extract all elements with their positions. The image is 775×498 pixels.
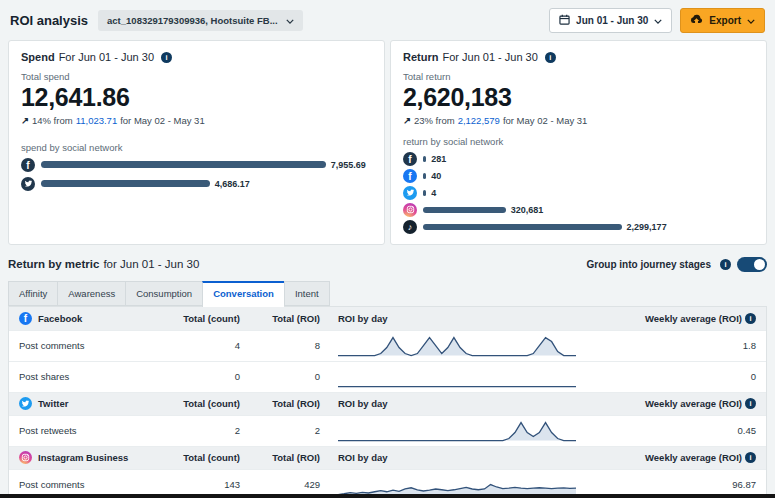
table-row-tw-post-retweets: Post retweets 2 2 0.45 xyxy=(9,415,766,446)
column-header-weekly-label: Weekly average (ROI) xyxy=(645,398,742,409)
metric-weekly-average: 1.8 xyxy=(606,340,756,351)
export-label: Export xyxy=(709,15,741,26)
metric-tabs: Affinity Awareness Consumption Conversat… xyxy=(8,281,767,306)
twitter-icon xyxy=(403,186,417,200)
bar-track: 4 xyxy=(423,188,754,198)
spend-previous-value-link[interactable]: 11,023.71 xyxy=(76,115,118,126)
facebook-icon xyxy=(403,169,417,183)
journey-stages-label: Group into journey stages xyxy=(587,259,711,270)
column-header-day: ROI by day xyxy=(324,398,606,409)
account-selector-label: act_108329179309936, Hootsuite FB... xyxy=(107,15,278,26)
info-icon[interactable] xyxy=(745,313,756,324)
column-header-count: Total (count) xyxy=(174,313,244,324)
column-header-roi: Total (ROI) xyxy=(244,313,324,324)
column-header-day: ROI by day xyxy=(324,452,606,463)
date-range-label: Jun 01 - Jun 30 xyxy=(576,15,648,26)
tiktok-icon xyxy=(403,220,417,234)
instagram-return-bar xyxy=(423,207,506,213)
metric-label: Post comments xyxy=(19,340,174,351)
twitter-return-bar xyxy=(423,190,426,196)
journey-stages-control: Group into journey stages xyxy=(587,257,767,272)
instagram-icon xyxy=(403,203,417,217)
spend-chart-label: spend by social network xyxy=(21,142,372,153)
info-icon[interactable] xyxy=(545,52,556,63)
table-row-fb-post-shares: Post shares 0 0 0 xyxy=(9,361,766,392)
info-icon[interactable] xyxy=(745,452,756,463)
return-bar-tiktok: 2,299,177 xyxy=(403,220,754,234)
roi-by-day-sparkline xyxy=(324,418,606,444)
metric-count: 0 xyxy=(174,371,244,382)
tiktok-return-value: 2,299,177 xyxy=(627,222,667,232)
spend-period: For Jun 01 - Jun 30 xyxy=(59,51,154,63)
bar-track: 2,299,177 xyxy=(423,222,754,232)
return-trend-period: for May 02 - May 31 xyxy=(503,115,587,126)
facebook-spend-bar xyxy=(41,161,326,168)
twitter-spend-value: 4,686.17 xyxy=(215,179,250,189)
metric-roi: 2 xyxy=(244,425,324,436)
bar-track: 7,955.69 xyxy=(41,160,372,170)
metric-count: 143 xyxy=(174,479,244,490)
export-button[interactable]: Export xyxy=(680,8,765,33)
column-header-weekly-label: Weekly average (ROI) xyxy=(645,452,742,463)
trend-up-icon: ↗ xyxy=(403,115,411,126)
group-network: Instagram Business xyxy=(19,451,174,464)
tab-affinity[interactable]: Affinity xyxy=(8,281,57,306)
return-by-network-chart: 281 40 4 xyxy=(403,152,754,234)
group-header-instagram: Instagram Business Total (count) Total (… xyxy=(9,446,766,469)
metric-roi: 0 xyxy=(244,371,324,382)
spend-panel: Spend For Jun 01 - Jun 30 Total spend 12… xyxy=(8,40,385,245)
twitter-spend-bar xyxy=(41,180,210,187)
facebook-return-value: 281 xyxy=(431,154,446,164)
chevron-down-icon xyxy=(654,15,662,26)
spend-by-network-chart: 7,955.69 4,686.17 xyxy=(21,158,372,191)
facebook-icon xyxy=(19,312,32,325)
metric-label: Post shares xyxy=(19,371,174,382)
return-panel: Return For Jun 01 - Jun 30 Total return … xyxy=(390,40,767,245)
return-chart-label: return by social network xyxy=(403,136,754,147)
tab-intent[interactable]: Intent xyxy=(284,281,330,306)
return-bar-instagram: 320,681 xyxy=(403,203,754,217)
tab-awareness[interactable]: Awareness xyxy=(57,281,125,306)
twitter-icon xyxy=(21,177,35,191)
date-range-button[interactable]: Jun 01 - Jun 30 xyxy=(549,8,672,33)
info-icon[interactable] xyxy=(161,52,172,63)
total-spend-value: 12,641.86 xyxy=(21,84,372,112)
chevron-down-icon xyxy=(747,15,755,26)
top-bar-actions: Jun 01 - Jun 30 Export xyxy=(549,8,765,33)
total-return-label: Total return xyxy=(403,71,754,82)
tab-consumption[interactable]: Consumption xyxy=(125,281,202,306)
info-icon[interactable] xyxy=(745,398,756,409)
return-previous-value-link[interactable]: 2,122,579 xyxy=(458,115,500,126)
summary-cards: Spend For Jun 01 - Jun 30 Total spend 12… xyxy=(8,40,767,245)
metric-label: Post retweets xyxy=(19,425,174,436)
column-header-weekly-label: Weekly average (ROI) xyxy=(645,313,742,324)
metric-label: Post comments xyxy=(19,479,174,490)
metrics-table: Facebook Total (count) Total (ROI) ROI b… xyxy=(8,306,767,498)
return-trend-pct: 23% from xyxy=(414,115,455,126)
column-header-weekly: Weekly average (ROI) xyxy=(606,313,756,324)
column-header-count: Total (count) xyxy=(174,398,244,409)
facebook-return-value: 40 xyxy=(431,171,441,181)
spend-trend-period: for May 02 - May 31 xyxy=(120,115,204,126)
tiktok-return-bar xyxy=(423,224,622,230)
return-bar-facebook-dark: 281 xyxy=(403,152,754,166)
total-return-value: 2,620,183 xyxy=(403,84,754,112)
section-period: for Jun 01 - Jun 30 xyxy=(103,258,199,270)
return-bar-twitter: 4 xyxy=(403,186,754,200)
chevron-down-icon xyxy=(286,15,294,26)
spend-bar-twitter: 4,686.17 xyxy=(21,177,372,191)
group-network-label: Twitter xyxy=(38,398,68,409)
total-spend-label: Total spend xyxy=(21,71,372,82)
tab-conversation[interactable]: Conversation xyxy=(202,281,284,307)
window-bottom-edge xyxy=(0,494,775,498)
trend-up-icon: ↗ xyxy=(21,115,29,126)
metric-weekly-average: 0.45 xyxy=(606,425,756,436)
group-header-twitter: Twitter Total (count) Total (ROI) ROI by… xyxy=(9,392,766,415)
spend-trend-pct: 14% from xyxy=(32,115,73,126)
account-selector[interactable]: act_108329179309936, Hootsuite FB... xyxy=(98,10,303,31)
journey-stages-toggle[interactable] xyxy=(737,257,767,272)
column-header-count: Total (count) xyxy=(174,452,244,463)
group-network: Facebook xyxy=(19,312,174,325)
spend-title: Spend For Jun 01 - Jun 30 xyxy=(21,51,372,63)
info-icon[interactable] xyxy=(720,259,731,270)
